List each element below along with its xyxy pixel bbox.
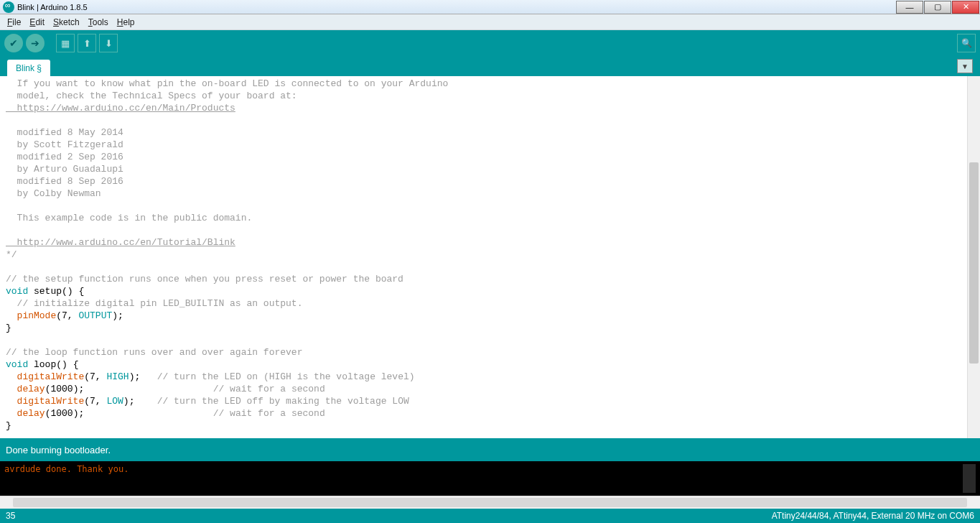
window-titlebar: Blink | Arduino 1.8.5 — ▢ ✕ — [0, 0, 980, 14]
scrollbar-thumb[interactable] — [13, 498, 967, 507]
code-line: */ — [6, 249, 17, 260]
code-punct: () { — [56, 359, 78, 370]
code-line: This example code is in the public domai… — [6, 213, 252, 223]
code-line: by Scott Fitzgerald — [6, 139, 123, 150]
footer-bar: 35 ATtiny24/44/84, ATtiny44, External 20… — [0, 509, 980, 523]
code-ident: loop — [28, 359, 56, 370]
serial-monitor-button[interactable]: 🔍 — [957, 34, 976, 52]
new-sketch-button[interactable]: ▦ — [56, 34, 75, 52]
code-punct: () { — [62, 286, 84, 297]
code-link[interactable]: http://www.arduino.cc/en/Tutorial/Blink — [6, 237, 235, 248]
board-port-indicator: ATtiny24/44/84, ATtiny44, External 20 MH… — [772, 511, 974, 521]
console-line: avrdude done. Thank you. — [4, 464, 129, 493]
code-link[interactable]: https://www.arduino.cc/en/Main/Products — [6, 103, 235, 114]
tab-menu-dropdown[interactable]: ▼ — [957, 59, 973, 73]
line-number-indicator: 35 — [6, 511, 15, 521]
scrollbar-thumb[interactable] — [969, 162, 979, 364]
toolbar: ✔ ➔ ▦ ⬆ ⬇ 🔍 — [0, 30, 980, 56]
upload-button[interactable]: ➔ — [26, 34, 45, 52]
maximize-button[interactable]: ▢ — [924, 1, 951, 14]
menu-tools[interactable]: Tools — [84, 16, 113, 29]
code-line: modified 8 Sep 2016 — [6, 176, 123, 187]
menu-bar: File Edit Sketch Tools Help — [0, 14, 980, 30]
code-line: If you want to know what pin the on-boar… — [6, 78, 448, 89]
menu-file[interactable]: File — [3, 16, 25, 29]
code-line: // the loop function runs over and over … — [6, 347, 302, 358]
code-ident: setup — [28, 286, 62, 297]
output-console[interactable]: avrdude done. Thank you. — [0, 461, 980, 496]
status-message: Done burning bootloader. — [6, 445, 111, 455]
menu-sketch[interactable]: Sketch — [49, 16, 84, 29]
tab-blink[interactable]: Blink § — [7, 60, 50, 76]
status-bar: Done burning bootloader. — [0, 438, 980, 461]
code-punct: } — [6, 323, 11, 333]
code-line: by Colby Newman — [6, 188, 101, 199]
menu-help[interactable]: Help — [113, 16, 139, 29]
code-line: modified 2 Sep 2016 — [6, 152, 123, 162]
horizontal-scrollbar[interactable] — [0, 496, 980, 509]
code-keyword: void — [6, 286, 28, 297]
code-line: modified 8 May 2014 — [6, 127, 123, 138]
open-sketch-button[interactable]: ⬆ — [78, 34, 96, 52]
code-line: // the setup function runs once when you… — [6, 274, 403, 284]
code-punct: } — [6, 420, 11, 431]
code-func: pinMode — [17, 310, 57, 321]
tab-bar: Blink § ▼ — [0, 56, 980, 76]
minimize-button[interactable]: — — [896, 1, 923, 14]
editor-vertical-scrollbar[interactable] — [967, 76, 980, 438]
code-line: by Arturo Guadalupi — [6, 164, 123, 175]
save-sketch-button[interactable]: ⬇ — [99, 34, 118, 52]
code-keyword: void — [6, 359, 28, 370]
code-editor[interactable]: If you want to know what pin the on-boar… — [0, 76, 967, 438]
code-line: // initialize digital pin LED_BUILTIN as… — [6, 298, 302, 309]
close-button[interactable]: ✕ — [952, 1, 979, 14]
console-scrollbar[interactable] — [963, 464, 976, 493]
verify-button[interactable]: ✔ — [4, 34, 23, 52]
code-line: model, check the Technical Specs of your… — [6, 91, 297, 101]
menu-edit[interactable]: Edit — [25, 16, 49, 29]
window-title: Blink | Arduino 1.8.5 — [17, 3, 88, 11]
arduino-app-icon — [3, 1, 14, 13]
